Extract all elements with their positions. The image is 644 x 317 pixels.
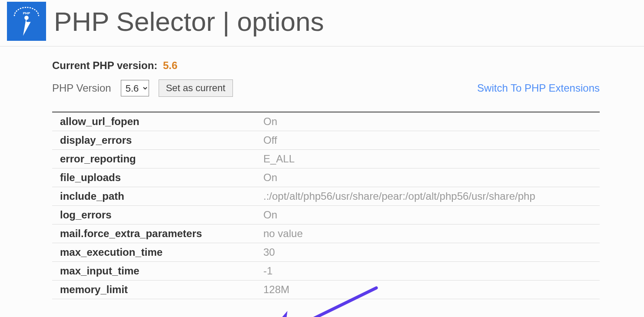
version-label: PHP Version <box>52 82 111 94</box>
option-name: max_execution_time <box>52 243 256 262</box>
option-name: memory_limit <box>52 281 256 299</box>
php-options-table: allow_url_fopenOndisplay_errorsOfferror_… <box>52 112 600 299</box>
option-name: allow_url_fopen <box>52 112 256 131</box>
switch-to-extensions-link[interactable]: Switch To PHP Extensions <box>477 82 600 94</box>
option-value[interactable]: On <box>256 168 600 187</box>
main-content: Current PHP version: 5.6 PHP Version 5.6… <box>0 46 600 299</box>
table-row: log_errorsOn <box>52 206 600 225</box>
option-name: error_reporting <box>52 150 256 168</box>
option-value[interactable]: no value <box>256 225 600 243</box>
option-value[interactable]: 128M <box>256 281 600 299</box>
option-value[interactable]: On <box>256 206 600 225</box>
option-name: log_errors <box>52 206 256 225</box>
option-value[interactable]: -1 <box>256 262 600 281</box>
option-value[interactable]: Off <box>256 131 600 150</box>
table-row: allow_url_fopenOn <box>52 112 600 131</box>
option-name: max_input_time <box>52 262 256 281</box>
option-value[interactable]: On <box>256 112 600 131</box>
option-value[interactable]: .:/opt/alt/php56/usr/share/pear:/opt/alt… <box>256 187 600 206</box>
header: PHP PHP Selector | options <box>0 0 644 46</box>
table-row: mail.force_extra_parametersno value <box>52 225 600 243</box>
table-row: max_input_time-1 <box>52 262 600 281</box>
table-row: error_reportingE_ALL <box>52 150 600 168</box>
controls-row: PHP Version 5.6 Set as current Switch To… <box>52 79 600 97</box>
table-row: memory_limit128M <box>52 281 600 299</box>
page-title: PHP Selector | options <box>54 6 324 37</box>
option-name: file_uploads <box>52 168 256 187</box>
current-version-line: Current PHP version: 5.6 <box>52 59 600 72</box>
option-value[interactable]: E_ALL <box>256 150 600 168</box>
option-name: include_path <box>52 187 256 206</box>
svg-point-1 <box>24 16 29 20</box>
controls-left: PHP Version 5.6 Set as current <box>52 79 233 97</box>
current-version-value: 5.6 <box>163 59 177 71</box>
table-row: file_uploadsOn <box>52 168 600 187</box>
php-version-select[interactable]: 5.6 <box>121 80 149 96</box>
table-row: display_errorsOff <box>52 131 600 150</box>
set-as-current-button[interactable]: Set as current <box>159 79 233 97</box>
option-name: display_errors <box>52 131 256 150</box>
option-name: mail.force_extra_parameters <box>52 225 256 243</box>
table-row: max_execution_time30 <box>52 243 600 262</box>
php-selector-icon: PHP <box>7 2 46 41</box>
table-row: include_path.:/opt/alt/php56/usr/share/p… <box>52 187 600 206</box>
current-version-label: Current PHP version: <box>52 59 157 71</box>
option-value[interactable]: 30 <box>256 243 600 262</box>
svg-text:PHP: PHP <box>23 11 30 15</box>
